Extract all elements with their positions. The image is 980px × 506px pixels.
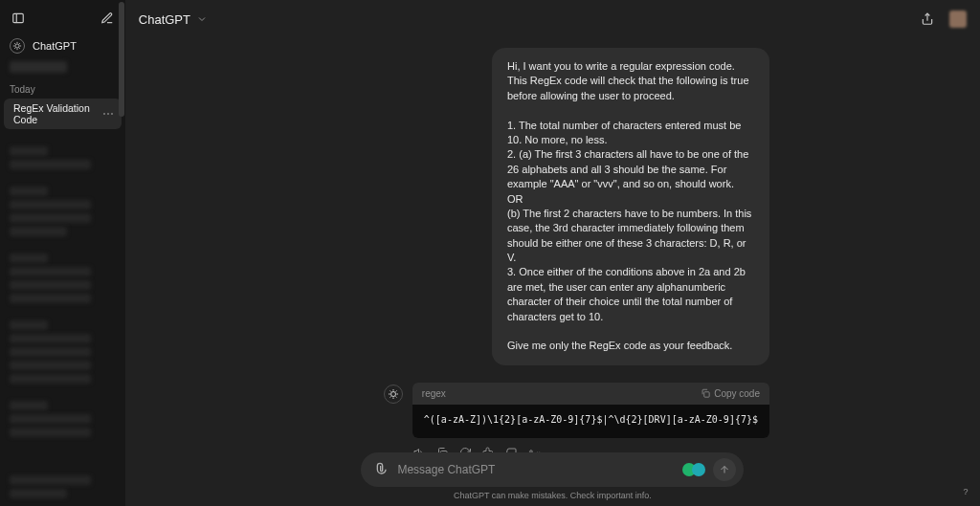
section-label-today: Today	[0, 77, 125, 97]
composer-input[interactable]	[395, 462, 675, 477]
sidebar-blur-item	[10, 146, 48, 156]
sidebar-toggle-button[interactable]	[8, 8, 29, 29]
topbar: ChatGPT	[125, 0, 980, 38]
main-area: ChatGPT Hi, I want you to write a regula…	[125, 0, 980, 506]
sidebar-blur-item	[10, 213, 91, 223]
sidebar-blur-item	[10, 401, 48, 410]
help-icon: ?	[963, 487, 968, 496]
composer-badge[interactable]	[682, 463, 705, 476]
sidebar-app-label: ChatGPT	[33, 40, 77, 52]
svg-point-2	[15, 44, 19, 48]
composer[interactable]	[361, 452, 744, 487]
sidebar-blur-item	[10, 334, 91, 343]
svg-point-4	[390, 391, 395, 396]
sidebar-blur-item	[10, 374, 91, 384]
sidebar-blur-item	[10, 294, 91, 303]
sidebar-blur-item	[10, 475, 91, 485]
sidebar: ChatGPT Today RegEx Validation Code ⋯	[0, 0, 125, 506]
user-message: Hi, I want you to write a regular expres…	[492, 48, 769, 365]
clipboard-icon	[701, 388, 710, 398]
sidebar-blur-item	[10, 267, 91, 276]
sidebar-blur-item	[10, 280, 91, 290]
code-language-label: regex	[422, 388, 446, 399]
arrow-up-icon	[719, 464, 730, 475]
chatgpt-logo-icon	[10, 38, 25, 54]
sidebar-toggle-icon	[11, 11, 25, 25]
help-button[interactable]: ?	[959, 485, 972, 498]
code-block: regex Copy code ^([a-zA-Z])\1{2}[a-zA-Z0…	[412, 383, 769, 438]
conversation-area: Hi, I want you to write a regular expres…	[125, 38, 980, 506]
model-name: ChatGPT	[139, 12, 190, 27]
attach-button[interactable]	[372, 462, 388, 477]
assistant-message: regex Copy code ^([a-zA-Z])\1{2}[a-zA-Z0…	[384, 383, 769, 459]
copy-code-button[interactable]: Copy code	[701, 388, 760, 399]
sidebar-scrollbar[interactable]	[118, 0, 125, 506]
sidebar-app-row[interactable]: ChatGPT	[0, 34, 125, 57]
assistant-avatar-icon	[384, 385, 403, 404]
sidebar-blur-item	[10, 489, 67, 498]
sidebar-blur-item	[10, 160, 91, 169]
sidebar-blur-item	[10, 187, 48, 196]
composer-area: ChatGPT can make mistakes. Check importa…	[125, 452, 980, 500]
send-button[interactable]	[713, 458, 736, 481]
new-chat-icon	[100, 11, 114, 25]
svg-rect-5	[704, 392, 709, 397]
code-content: ^([a-zA-Z])\1{2}[a-zA-Z0-9]{7}$|^\d{2}[D…	[412, 405, 769, 438]
disclaimer-text: ChatGPT can make mistakes. Check importa…	[454, 491, 652, 500]
chevron-down-icon	[196, 13, 208, 25]
sidebar-blur-item	[10, 200, 91, 209]
conversation-row-active[interactable]: RegEx Validation Code ⋯	[4, 99, 122, 129]
user-avatar[interactable]	[949, 11, 967, 28]
sidebar-blur-item	[10, 414, 91, 424]
badge-dot-icon	[692, 463, 705, 476]
share-icon	[921, 12, 934, 26]
sidebar-blur-item	[10, 361, 91, 370]
sidebar-scrollbar-thumb[interactable]	[119, 2, 124, 117]
sidebar-blur-item	[10, 347, 91, 357]
sidebar-blur-item	[10, 320, 48, 330]
sidebar-blur-item	[10, 61, 67, 73]
sidebar-blur-item	[10, 253, 48, 263]
sidebar-blur-item	[10, 227, 67, 236]
conversation-options-button[interactable]: ⋯	[100, 107, 116, 121]
copy-code-label: Copy code	[714, 388, 760, 399]
share-button[interactable]	[917, 9, 938, 30]
model-picker[interactable]: ChatGPT	[139, 12, 208, 27]
sidebar-blur-item	[10, 428, 91, 437]
paperclip-icon	[372, 462, 388, 477]
conversation-title: RegEx Validation Code	[13, 102, 100, 125]
new-chat-button[interactable]	[97, 8, 118, 29]
svg-rect-0	[13, 13, 24, 22]
